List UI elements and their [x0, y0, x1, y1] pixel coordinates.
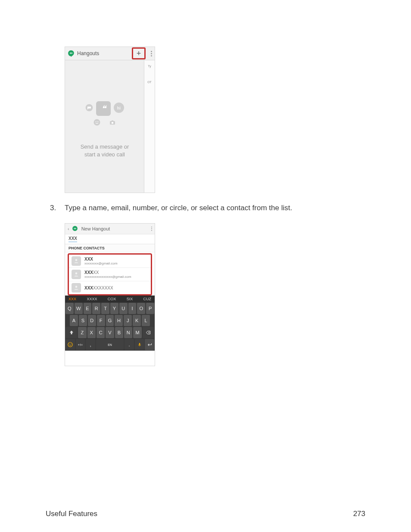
quotes-icon: ❝	[96, 101, 111, 116]
contact-row[interactable]: XXXXX xxxxxxxxxxxxxxxx@gmail.com	[69, 268, 151, 281]
key-space[interactable]: EN	[96, 339, 124, 350]
svg-point-15	[69, 344, 70, 345]
key-r[interactable]: R	[92, 303, 100, 314]
suggestion[interactable]: CUZ	[143, 297, 152, 301]
empty-state-line2: start a video call	[69, 151, 140, 159]
overflow-menu-icon[interactable]	[151, 51, 152, 56]
key-h[interactable]: H	[115, 315, 123, 326]
screenshot-new-hangout: ‹ New Hangout XXX PHONE CONTACTS XXX xxx…	[65, 223, 155, 366]
step-number: 3.	[50, 204, 65, 212]
svg-point-5	[96, 121, 97, 122]
side-panel-text: Ty	[144, 65, 155, 68]
key-a[interactable]: A	[70, 315, 78, 326]
search-value: XXX	[68, 236, 77, 242]
step-text: Type a name, email, number, or circle, o…	[65, 204, 292, 212]
key-t[interactable]: T	[101, 303, 109, 314]
key-z[interactable]: Z	[78, 327, 86, 338]
footer-page-number: 273	[353, 510, 365, 518]
key-s[interactable]: S	[79, 315, 87, 326]
chat-bubble-icon	[85, 103, 93, 114]
side-panel-section: OT	[144, 81, 155, 84]
suggestion[interactable]: SIX	[127, 297, 133, 301]
overflow-menu-icon[interactable]	[151, 227, 152, 231]
key-shift[interactable]	[65, 327, 77, 338]
screenshot-hangouts-home: Hangouts + Ty OT ❝ hi	[65, 47, 155, 193]
empty-state-line1: Send a message or	[69, 143, 140, 151]
avatar	[72, 270, 81, 279]
avatar	[72, 283, 81, 292]
new-hangout-button[interactable]: +	[132, 47, 146, 59]
key-f[interactable]: F	[97, 315, 105, 326]
key-v[interactable]: V	[106, 327, 114, 338]
empty-state: ❝ hi Send a message or start a video cal	[69, 101, 140, 158]
back-icon[interactable]: ‹	[68, 226, 69, 231]
key-enter[interactable]	[145, 339, 154, 350]
svg-point-4	[94, 119, 100, 126]
key-m[interactable]: M	[133, 327, 141, 338]
key-q[interactable]: Q	[65, 303, 74, 314]
app-title: New Hangout	[81, 226, 149, 231]
footer-section: Useful Features	[46, 510, 97, 518]
section-header: PHONE CONTACTS	[65, 244, 155, 252]
key-x[interactable]: X	[87, 327, 96, 338]
step-3: 3. Type a name, email, number, or circle…	[50, 204, 292, 212]
key-g[interactable]: G	[106, 315, 114, 326]
svg-point-10	[72, 226, 78, 231]
contact-name: XXX	[84, 257, 118, 261]
contact-row[interactable]: XXXXXXXXXX	[69, 281, 151, 294]
side-panel: Ty OT	[144, 60, 155, 193]
key-i[interactable]: I	[128, 303, 137, 314]
key-p[interactable]: P	[146, 303, 154, 314]
svg-rect-17	[139, 343, 140, 345]
key-emoji[interactable]	[65, 339, 75, 350]
contact-name: XXXXXXXXXX	[84, 286, 113, 290]
page-footer: Useful Features 273	[46, 510, 365, 518]
svg-point-6	[97, 121, 98, 122]
app-bar: ‹ New Hangout	[65, 224, 155, 234]
key-c[interactable]: C	[97, 327, 105, 338]
app-title: Hangouts	[77, 50, 129, 56]
key-l[interactable]: L	[142, 315, 150, 326]
suggestion-bar: XXX XXXX COX SIX CUZ	[65, 296, 155, 302]
key-u[interactable]: U	[119, 303, 128, 314]
app-bar: Hangouts +	[65, 47, 155, 60]
svg-point-12	[75, 272, 78, 274]
key-d[interactable]: D	[88, 315, 96, 326]
key-b[interactable]: B	[115, 327, 123, 338]
key-y[interactable]: Y	[110, 303, 118, 314]
key-mic[interactable]	[135, 339, 144, 350]
emoji-face-icon	[93, 118, 101, 128]
hi-bubble-icon: hi	[113, 102, 125, 115]
contact-name: XXXXX	[84, 270, 131, 275]
contact-row[interactable]: XXX xxxxxxxx@gmail.com	[69, 255, 151, 268]
keyboard: XXX XXXX COX SIX CUZ Q W E R T Y U I O P	[65, 296, 155, 351]
svg-rect-9	[112, 121, 114, 121]
avatar	[72, 256, 81, 266]
svg-text:hi: hi	[117, 105, 121, 110]
contacts-list-highlight: XXX xxxxxxxx@gmail.com XXXXX xxxxxxxxxxx…	[68, 253, 152, 296]
suggestion[interactable]: COX	[108, 297, 116, 301]
camera-icon	[109, 118, 116, 128]
contact-email: xxxxxxxxxxxxxxxx@gmail.com	[84, 275, 131, 279]
svg-point-8	[112, 122, 114, 124]
key-j[interactable]: J	[124, 315, 132, 326]
key-n[interactable]: N	[124, 327, 132, 338]
key-o[interactable]: O	[137, 303, 145, 314]
suggestion[interactable]: XXX	[68, 297, 76, 301]
svg-point-11	[75, 259, 78, 261]
key-w[interactable]: W	[75, 303, 83, 314]
key-backspace[interactable]	[143, 327, 154, 338]
key-k[interactable]: K	[133, 315, 141, 326]
search-input[interactable]: XXX	[65, 234, 155, 244]
key-e[interactable]: E	[84, 303, 92, 314]
key-symbols[interactable]: +!=	[76, 339, 85, 350]
svg-point-13	[75, 286, 78, 288]
hangouts-icon	[72, 225, 79, 232]
hangouts-icon	[68, 50, 75, 57]
svg-point-16	[71, 344, 72, 345]
svg-point-14	[68, 342, 73, 347]
key-comma[interactable]: ,	[86, 339, 95, 350]
suggestion[interactable]: XXXX	[87, 297, 97, 301]
contact-email: xxxxxxxx@gmail.com	[84, 261, 118, 265]
key-period[interactable]: .	[125, 339, 134, 350]
